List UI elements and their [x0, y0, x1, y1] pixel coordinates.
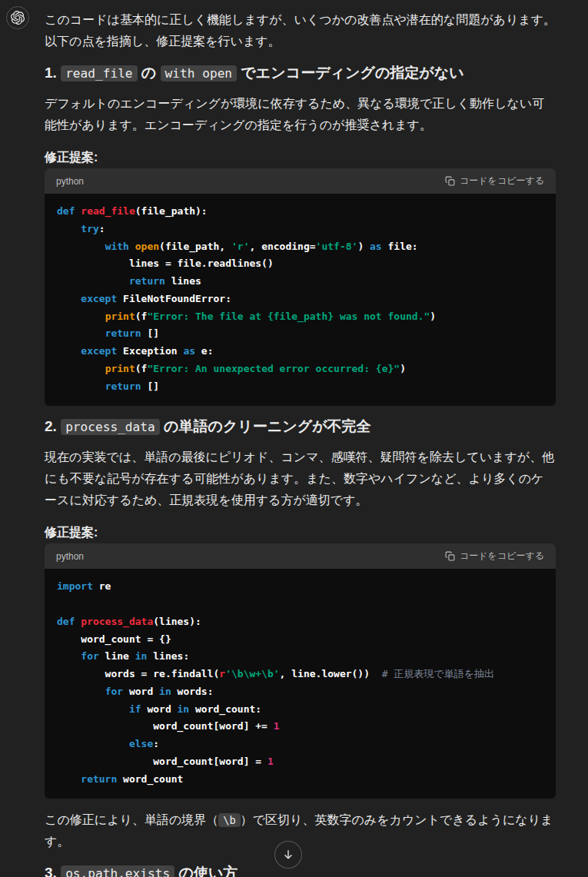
code-line: print(f"Error: The file at {file_path} w…	[57, 308, 543, 326]
code-line: else:	[57, 736, 543, 753]
code-line: for line in lines:	[57, 648, 543, 666]
assistant-message: このコードは基本的に正しく機能しますが、いくつかの改善点や潜在的な問題があります…	[0, 0, 588, 877]
code-line: if word in word_count:	[57, 701, 543, 719]
code-block-process-data: python コードをコピーする import re def process_d…	[45, 543, 556, 799]
section-1-body: デフォルトのエンコーディングが環境に依存するため、異なる環境で正しく動作しない可…	[45, 93, 556, 136]
copy-code-label: コードをコピーする	[460, 550, 544, 563]
code-line: for word in words:	[57, 683, 543, 701]
code-language-label: python	[56, 546, 84, 567]
copy-code-label: コードをコピーする	[460, 174, 544, 188]
note-paragraph: この修正により、単語の境界（\b）で区切り、英数字のみをカウントできるようになり…	[45, 809, 556, 852]
code-line: return []	[57, 325, 543, 343]
section-3-heading: 3. os.path.exists の使い方	[45, 863, 556, 877]
copy-code-button[interactable]: コードをコピーする	[445, 174, 544, 188]
code-line: words = re.findall(r'\b\w+\b', line.lowe…	[57, 666, 543, 683]
section-1-heading: 1. read_file の with open でエンコーディングの指定がない	[45, 63, 556, 84]
copy-icon	[445, 551, 455, 561]
section-1-proposal-label: 修正提案:	[45, 147, 556, 168]
code-line: try:	[57, 221, 543, 238]
code-line: lines = file.readlines()	[57, 255, 543, 273]
code-line: with open(file_path, 'r', encoding='utf-…	[57, 238, 543, 256]
inline-code: with open	[161, 65, 237, 81]
code-line: def process_data(lines):	[57, 613, 543, 631]
code-block-header: python コードをコピーする	[45, 168, 556, 194]
inline-code: read_file	[61, 65, 137, 81]
code-language-label: python	[56, 171, 84, 192]
code-line: except FileNotFoundError:	[57, 291, 543, 308]
code-line: word_count = {}	[57, 631, 543, 649]
code-content: import re def process_data(lines): word_…	[45, 569, 556, 799]
code-line: return []	[57, 378, 543, 396]
arrow-down-icon	[282, 849, 294, 861]
copy-code-button[interactable]: コードをコピーする	[445, 550, 544, 563]
code-line	[57, 596, 543, 613]
intro-paragraph: このコードは基本的に正しく機能しますが、いくつかの改善点や潜在的な問題があります…	[45, 9, 556, 52]
code-block-header: python コードをコピーする	[45, 543, 556, 569]
code-content: def read_file(file_path): try: with open…	[45, 194, 556, 406]
code-line: print(f"Error: An unexpected error occur…	[57, 360, 543, 378]
code-line: return word_count	[57, 771, 543, 789]
section-2-body: 現在の実装では、単語の最後にピリオド、コンマ、感嘆符、疑問符を除去していますが、…	[45, 447, 556, 511]
assistant-avatar	[6, 6, 29, 29]
copy-icon	[445, 176, 455, 186]
code-block-read-file: python コードをコピーする def read_file(file_path…	[45, 168, 556, 406]
code-line: return lines	[57, 273, 543, 291]
section-2-heading: 2. process_data の単語のクリーニングが不完全	[45, 417, 556, 437]
inline-code: os.path.exists	[61, 865, 174, 877]
openai-logo-icon	[11, 11, 25, 25]
inline-code: \b	[218, 813, 240, 827]
section-2-proposal-label: 修正提案:	[45, 522, 556, 543]
inline-code: process_data	[61, 419, 160, 435]
code-line: def read_file(file_path):	[57, 203, 543, 221]
code-line: word_count[word] = 1	[57, 753, 543, 771]
code-line: word_count[word] += 1	[57, 718, 543, 736]
code-line: import re	[57, 578, 543, 596]
scroll-to-bottom-button[interactable]	[274, 841, 302, 869]
code-line: except Exception as e:	[57, 343, 543, 360]
